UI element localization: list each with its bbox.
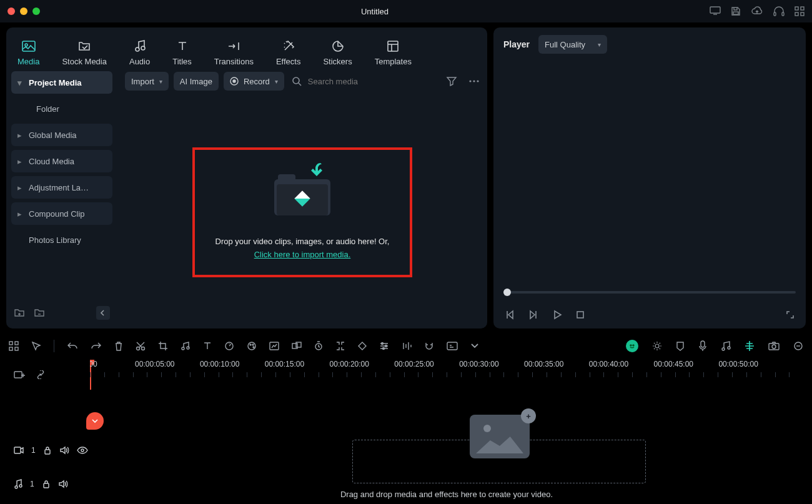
track-lock-icon[interactable]: [42, 480, 51, 488]
adjust-icon[interactable]: [379, 342, 389, 350]
maximize-window-button[interactable]: [32, 7, 40, 15]
collapse-sidebar-button[interactable]: [96, 306, 110, 320]
svg-point-17: [473, 80, 475, 82]
media-drop-area[interactable]: Drop your video clips, images, or audio …: [117, 96, 487, 329]
mask-icon[interactable]: [269, 342, 279, 350]
tab-stickers[interactable]: Stickers: [323, 39, 352, 66]
save-icon[interactable]: [731, 6, 741, 16]
render-icon[interactable]: [745, 340, 755, 352]
text-icon[interactable]: [203, 342, 212, 350]
marker-icon[interactable]: [676, 341, 685, 351]
voiceover-icon[interactable]: [698, 340, 707, 352]
svg-point-29: [248, 342, 255, 350]
screen-layout-icon[interactable]: [710, 6, 721, 16]
tab-media[interactable]: Media: [17, 39, 39, 66]
link-icon[interactable]: [35, 370, 46, 379]
media-placeholder-card[interactable]: +: [470, 415, 530, 458]
video-track-header[interactable]: 1: [9, 433, 90, 467]
stop-button[interactable]: [576, 310, 585, 319]
tab-audio[interactable]: Audio: [129, 39, 150, 66]
playhead-handle[interactable]: [86, 412, 104, 430]
music-icon[interactable]: [721, 341, 731, 351]
play-button[interactable]: [552, 310, 562, 320]
ai-tools-icon[interactable]: [626, 340, 638, 352]
tab-titles[interactable]: Titles: [172, 39, 192, 66]
audio-track-header[interactable]: 1: [9, 467, 90, 501]
scrub-handle[interactable]: [503, 289, 511, 296]
add-media-button[interactable]: +: [521, 408, 536, 423]
sidebar-item-cloud-media[interactable]: ▸ Cloud Media: [11, 150, 112, 172]
freeze-frame-icon[interactable]: [335, 341, 345, 351]
cut-icon[interactable]: [136, 341, 146, 351]
redo-icon[interactable]: [91, 342, 102, 350]
crop-icon[interactable]: [158, 341, 168, 351]
track-mute-icon[interactable]: [58, 480, 68, 488]
svg-point-26: [182, 347, 184, 350]
delete-folder-icon[interactable]: [34, 308, 45, 318]
track-visibility-icon[interactable]: [77, 447, 88, 454]
close-window-button[interactable]: [7, 7, 15, 15]
svg-point-37: [382, 343, 384, 345]
ai-image-button[interactable]: AI Image: [174, 72, 219, 91]
tab-templates[interactable]: Templates: [375, 39, 412, 66]
quality-dropdown[interactable]: Full Quality ▾: [538, 35, 607, 54]
add-track-icon[interactable]: [14, 370, 25, 380]
new-folder-icon[interactable]: [14, 308, 25, 318]
tab-transitions[interactable]: Transitions: [214, 39, 254, 66]
magnet-icon[interactable]: [424, 342, 434, 350]
svg-rect-20: [9, 342, 12, 345]
search-media[interactable]: [292, 76, 407, 87]
audio-mixer-icon[interactable]: [402, 342, 412, 350]
group-icon[interactable]: [292, 342, 302, 350]
svg-rect-1: [733, 12, 738, 14]
media-toolbar: Import ▾ AI Image Record ▾: [117, 66, 487, 96]
minimize-window-button[interactable]: [20, 7, 27, 15]
svg-point-43: [655, 344, 659, 348]
record-button[interactable]: Record ▾: [224, 72, 284, 91]
ruler-tick: 00:00:50:00: [718, 360, 758, 368]
more-options-icon[interactable]: [468, 79, 480, 83]
filter-icon[interactable]: [446, 76, 457, 86]
timeline-ruler[interactable]: 0:00 00:00:05:00 00:00:10:00 00:00:15:00…: [90, 360, 803, 390]
enhance-icon[interactable]: [652, 341, 662, 351]
select-tool-icon[interactable]: [31, 341, 41, 351]
sidebar-item-adjustment-layer[interactable]: ▸ Adjustment La…: [11, 176, 112, 199]
sidebar-item-compound-clip[interactable]: ▸ Compound Clip: [11, 202, 112, 225]
track-mute-icon[interactable]: [59, 446, 69, 455]
keyframe-icon[interactable]: [358, 342, 367, 350]
more-tools-icon[interactable]: [470, 343, 479, 349]
zoom-out-icon[interactable]: [793, 341, 803, 351]
import-media-link[interactable]: Click here to import media.: [254, 250, 351, 259]
snapshot-icon[interactable]: [768, 342, 780, 350]
chevron-down-icon: ▾: [17, 78, 24, 87]
timeline-track-area[interactable]: + Drag and drop media and effects here t…: [90, 390, 803, 504]
caption-icon[interactable]: [447, 342, 458, 350]
sidebar-item-project-media[interactable]: ▾ Project Media: [11, 71, 112, 94]
tab-effects[interactable]: Effects: [276, 39, 301, 66]
app-grid-icon[interactable]: [795, 6, 805, 16]
quality-value: Full Quality: [545, 40, 585, 49]
undo-icon[interactable]: [67, 342, 78, 350]
speed-icon[interactable]: [224, 341, 234, 351]
color-icon[interactable]: [247, 341, 257, 351]
headphones-icon[interactable]: [773, 6, 785, 16]
audio-adjust-icon[interactable]: [181, 341, 191, 351]
search-input[interactable]: [307, 76, 407, 87]
tab-stock-media[interactable]: Stock Media: [62, 39, 107, 66]
sidebar-item-photos-library[interactable]: Photos Library: [11, 229, 112, 251]
prev-frame-button[interactable]: [505, 310, 515, 320]
sidebar-item-folder[interactable]: Folder: [11, 97, 112, 120]
player-viewport[interactable]: [493, 61, 806, 284]
next-frame-button[interactable]: [528, 310, 538, 320]
import-button[interactable]: Import ▾: [125, 72, 169, 91]
timer-icon[interactable]: [314, 341, 323, 351]
svg-point-24: [137, 347, 140, 350]
expand-player-icon[interactable]: [786, 310, 795, 319]
delete-icon[interactable]: [114, 341, 123, 351]
svg-point-32: [253, 347, 254, 348]
layout-icon[interactable]: [9, 341, 19, 351]
track-lock-icon[interactable]: [43, 446, 52, 455]
sidebar-item-global-media[interactable]: ▸ Global Media: [11, 124, 112, 146]
cloud-upload-icon[interactable]: [751, 6, 763, 16]
player-scrubber[interactable]: [493, 284, 806, 301]
